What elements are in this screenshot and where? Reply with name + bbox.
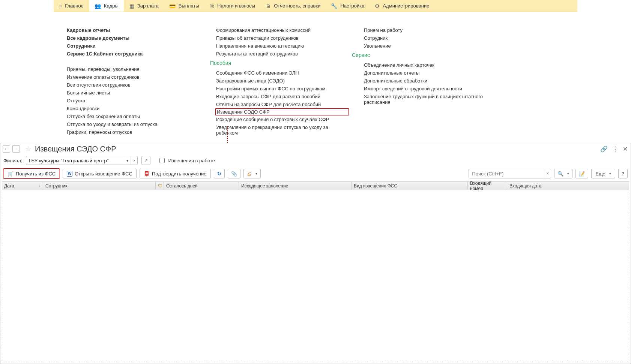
nav-main[interactable]: ≡ Главное bbox=[54, 0, 89, 12]
get-from-fss-button[interactable]: 🛒 Получить из ФСС bbox=[3, 169, 60, 178]
back-button[interactable]: ← bbox=[3, 145, 10, 153]
help-icon: ? bbox=[622, 171, 624, 177]
panel-link[interactable]: Уведомления о прекращении отпуска по ухо… bbox=[210, 123, 349, 137]
table-header: Дата ↓ Сотрудник 🛡 Осталось дней Исходящ… bbox=[2, 182, 629, 190]
panel-link[interactable]: Дополнительные обработки bbox=[358, 77, 500, 85]
panel-link[interactable]: Приказы об аттестации сотрудников bbox=[210, 34, 349, 42]
favorite-icon[interactable]: ☆ bbox=[25, 145, 31, 153]
table: Дата ↓ Сотрудник 🛡 Осталось дней Исходящ… bbox=[2, 181, 629, 362]
col-incoming-num[interactable]: Входящий номер bbox=[468, 182, 507, 190]
dropdown-button[interactable]: ▾ bbox=[124, 156, 131, 165]
search-icon: 🔍 bbox=[557, 171, 563, 177]
percent-icon: % bbox=[210, 3, 214, 9]
panel-link[interactable]: Импорт сведений о трудовой деятельности bbox=[358, 85, 500, 93]
print-dropdown-button[interactable]: 🖨 bbox=[243, 169, 261, 178]
forward-button[interactable]: → bbox=[12, 145, 20, 153]
section-panel: Кадровые отчеты Все кадровые документы С… bbox=[0, 12, 631, 137]
panel-link[interactable]: Изменение оплаты сотрудников bbox=[67, 73, 201, 81]
nav-settings[interactable]: 🔧 Настройка bbox=[326, 0, 370, 12]
word-icon: W bbox=[67, 171, 72, 177]
panel-link[interactable]: Исходящие сообщения о страховых случаях … bbox=[210, 115, 349, 123]
panel-link[interactable]: Прием на работу bbox=[358, 26, 500, 34]
more-button[interactable]: Еще bbox=[591, 169, 615, 178]
panel-link[interactable]: Увольнение bbox=[358, 42, 500, 50]
panel-link[interactable]: Отпуска bbox=[67, 97, 201, 105]
panel-link[interactable]: Заполнение трудовых функций в позициях ш… bbox=[358, 93, 500, 106]
col-label: Входящая дата bbox=[509, 183, 541, 189]
nav-label: Отчетность, справки bbox=[274, 3, 320, 9]
panel-head[interactable]: Все кадровые документы bbox=[67, 34, 201, 42]
panel-col-3: Прием на работу Сотрудник Увольнение Сер… bbox=[358, 26, 500, 137]
panel-link[interactable]: Отпуска по уходу и возвраты из отпуска bbox=[67, 120, 201, 128]
col-incoming-date[interactable]: Входящая дата bbox=[507, 182, 629, 190]
panel-section-title: Пособия bbox=[210, 58, 349, 69]
panel-link-highlighted[interactable]: Извещения СЭДО СФР bbox=[215, 108, 349, 115]
window-titlebar: ← → ☆ Извещения СЭДО СФР 🔗 ⋮ ✕ bbox=[0, 143, 631, 154]
document-icon: 🗎 bbox=[266, 3, 271, 9]
search-options-button[interactable]: 🔍 bbox=[554, 169, 572, 178]
search-clear-button[interactable]: × bbox=[544, 169, 551, 178]
inwork-checkbox-input[interactable] bbox=[159, 158, 165, 163]
panel-link[interactable]: Ответы на запросы СФР для расчета пособи… bbox=[210, 100, 349, 108]
panel-link[interactable]: Формирования аттестационных комиссий bbox=[210, 26, 349, 34]
col-status-icon[interactable]: 🛡 bbox=[156, 182, 164, 190]
nav-admin[interactable]: ⚙ Администрирование bbox=[370, 0, 434, 12]
top-navigation: ≡ Главное 👥 Кадры ▦ Зарплата 💳 Выплаты %… bbox=[54, 0, 577, 12]
panel-col-1: Кадровые отчеты Все кадровые документы С… bbox=[67, 26, 201, 137]
col-label: Осталось дней bbox=[166, 183, 198, 189]
inwork-checkbox[interactable]: Извещения в работе bbox=[158, 157, 215, 164]
col-label: Дата bbox=[4, 183, 14, 189]
panel-link[interactable]: Настройки прямых выплат ФСС по сотрудник… bbox=[210, 85, 349, 93]
confirm-receipt-button[interactable]: 📮 Подтвердить получение bbox=[140, 169, 211, 178]
nav-label: Зарплата bbox=[137, 3, 159, 9]
filter-label: Филиал: bbox=[3, 158, 22, 163]
close-icon[interactable]: ✕ bbox=[623, 145, 628, 153]
nav-payments[interactable]: 💳 Выплаты bbox=[164, 0, 204, 12]
button-label: Открыть извещение ФСС bbox=[75, 171, 132, 177]
edit-button[interactable]: 📝 bbox=[575, 169, 588, 178]
hamburger-icon: ≡ bbox=[59, 3, 62, 9]
refresh-button[interactable]: ↻ bbox=[214, 169, 225, 178]
panel-link[interactable]: Больничные листы bbox=[67, 89, 201, 97]
nav-label: Администрирование bbox=[383, 3, 429, 9]
open-fss-button[interactable]: W Открыть извещение ФСС bbox=[63, 169, 137, 178]
link-icon[interactable]: 🔗 bbox=[600, 145, 608, 153]
panel-head[interactable]: Сотрудники bbox=[67, 42, 201, 50]
panel-link[interactable]: Графики, переносы отпусков bbox=[67, 128, 201, 136]
kebab-menu-icon[interactable]: ⋮ bbox=[612, 145, 618, 153]
panel-link[interactable]: Результаты аттестаций сотрудников bbox=[210, 50, 349, 58]
panel-link[interactable]: Направления на внешнюю аттестацию bbox=[210, 42, 349, 50]
col-employee[interactable]: Сотрудник bbox=[43, 182, 156, 190]
panel-link[interactable]: Отпуска без сохранения оплаты bbox=[67, 112, 201, 120]
panel-link[interactable]: Сотрудник bbox=[358, 34, 500, 42]
panel-link[interactable]: Все отсутствия сотрудников bbox=[67, 81, 201, 89]
table-body-empty[interactable] bbox=[2, 190, 629, 362]
panel-link[interactable]: Сообщения ФСС об изменении ЭЛН bbox=[210, 69, 349, 77]
panel-link[interactable]: Застрахованные лица (СЭДО) bbox=[210, 77, 349, 85]
panel-link[interactable]: Объединение личных карточек bbox=[358, 61, 500, 69]
search-box[interactable]: × bbox=[469, 169, 551, 178]
nav-salary[interactable]: ▦ Зарплата bbox=[124, 0, 164, 12]
download-icon: 🛒 bbox=[8, 171, 14, 177]
col-date[interactable]: Дата ↓ bbox=[2, 182, 43, 190]
branch-input[interactable] bbox=[26, 156, 124, 165]
panel-link[interactable]: Командировки bbox=[67, 105, 201, 112]
clear-button[interactable]: × bbox=[131, 156, 137, 165]
panel-link[interactable]: Входящие запросы СФР для расчета пособий bbox=[210, 93, 349, 100]
col-type[interactable]: Вид извещения ФСС bbox=[352, 182, 468, 190]
col-days-left[interactable]: Осталось дней bbox=[164, 182, 239, 190]
nav-reports[interactable]: 🗎 Отчетность, справки bbox=[260, 0, 326, 12]
panel-head[interactable]: Сервис 1С:Кабинет сотрудника bbox=[67, 50, 201, 58]
help-button[interactable]: ? bbox=[618, 169, 628, 178]
panel-link[interactable]: Приемы, переводы, увольнения bbox=[67, 65, 201, 73]
open-reference-button[interactable]: ↗ bbox=[141, 156, 150, 165]
col-label: Вид извещения ФСС bbox=[354, 183, 397, 189]
nav-taxes[interactable]: % Налоги и взносы bbox=[204, 0, 261, 12]
col-outgoing[interactable]: Исходящее заявление bbox=[239, 182, 352, 190]
search-input[interactable] bbox=[469, 169, 544, 178]
branch-combo[interactable]: ▾ × bbox=[26, 156, 138, 165]
attachment-button[interactable]: 📎 bbox=[228, 169, 240, 178]
panel-head[interactable]: Кадровые отчеты bbox=[67, 26, 201, 34]
panel-link[interactable]: Дополнительные отчеты bbox=[358, 69, 500, 77]
nav-hr[interactable]: 👥 Кадры bbox=[89, 0, 124, 12]
